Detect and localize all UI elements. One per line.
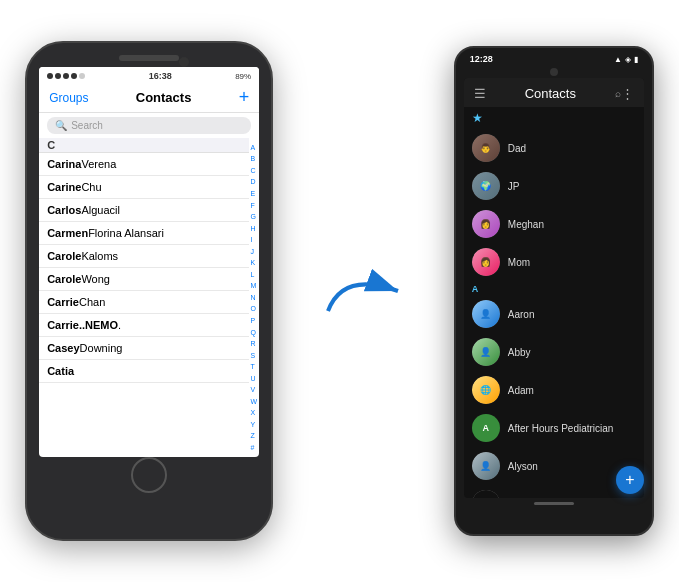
- android-status-bar: 12:28 ▲ ◈ ▮: [456, 48, 652, 66]
- avatar: A: [472, 414, 500, 442]
- list-item[interactable]: Carrie..NEMO .: [39, 314, 248, 337]
- contact-name: Meghan: [508, 219, 544, 230]
- iphone-device: 16:38 89% Groups Contacts + 🔍 Search C C…: [25, 41, 273, 541]
- list-item-carrie-chan[interactable]: Carrie Chan: [39, 291, 248, 314]
- avatar: 👤: [472, 300, 500, 328]
- transfer-arrow: [323, 261, 403, 321]
- list-item[interactable]: 👨 Dad: [464, 129, 644, 167]
- list-item[interactable]: Carole Kaloms: [39, 245, 248, 268]
- iphone-status-bar: 16:38 89%: [39, 67, 259, 85]
- iphone-home-button[interactable]: [131, 457, 167, 493]
- android-nav-bar: [456, 498, 652, 511]
- contact-name: Abby: [508, 347, 531, 358]
- battery-label: 89%: [235, 72, 251, 81]
- android-header: ☰ Contacts ⌕ ⋮: [464, 78, 644, 107]
- contact-name: Adam: [508, 385, 534, 396]
- list-item[interactable]: Carmen Florina Alansari: [39, 222, 248, 245]
- iphone-nav: Groups Contacts +: [39, 85, 259, 113]
- list-item[interactable]: Carlos Alguacil: [39, 199, 248, 222]
- add-contact-button[interactable]: +: [239, 87, 250, 108]
- contact-name: Aaron: [508, 309, 535, 320]
- android-contacts-list: ★ 👨 Dad 🌍 JP 👩: [464, 107, 644, 498]
- signal-icon: ▲: [614, 55, 622, 64]
- android-screen: ☰ Contacts ⌕ ⋮ ★ 👨 Dad: [464, 78, 644, 498]
- android-camera: [550, 68, 558, 76]
- contact-name: Alyson: [508, 461, 538, 472]
- iphone-camera: [179, 57, 189, 67]
- list-item[interactable]: Casey Downing: [39, 337, 248, 360]
- section-header-c: C: [39, 138, 248, 153]
- iphone-search-bar[interactable]: 🔍 Search: [47, 117, 251, 134]
- android-contacts-title: Contacts: [486, 86, 615, 101]
- list-item[interactable]: ✿ Angel: [464, 485, 644, 498]
- avatar: 👤: [472, 452, 500, 480]
- list-item[interactable]: Carina Verena: [39, 153, 248, 176]
- alpha-index: ABC DEF GHI JKL MNO PQR STU VWX YZ#: [249, 138, 260, 457]
- list-item[interactable]: 👤 Aaron: [464, 295, 644, 333]
- list-item[interactable]: 🌐 Adam: [464, 371, 644, 409]
- list-item-carole-wong[interactable]: Carole Wong: [39, 268, 248, 291]
- list-item[interactable]: 👩 Mom: [464, 243, 644, 281]
- starred-section-header: ★: [464, 107, 644, 129]
- avatar: 👩: [472, 210, 500, 238]
- section-header-a: A: [464, 281, 644, 295]
- avatar: 🌍: [472, 172, 500, 200]
- time-label: 16:38: [149, 71, 172, 81]
- android-time: 12:28: [470, 54, 493, 64]
- avatar: 👩: [472, 248, 500, 276]
- contact-name: After Hours Pediatrician: [508, 423, 614, 434]
- list-item[interactable]: Carine Chu: [39, 176, 248, 199]
- add-contact-fab[interactable]: +: [616, 466, 644, 494]
- battery-icon: ▮: [634, 55, 638, 64]
- iphone-speaker: [119, 55, 179, 61]
- arrow-icon: [323, 261, 403, 321]
- carrier-label: [47, 73, 85, 79]
- list-item[interactable]: A After Hours Pediatrician: [464, 409, 644, 447]
- android-home-bar: [534, 502, 574, 505]
- list-item[interactable]: 👩 Meghan: [464, 205, 644, 243]
- iphone-contacts-list: C Carina Verena Carine Chu Carlos Alguac…: [39, 138, 259, 457]
- android-device: 12:28 ▲ ◈ ▮ ☰ Contacts ⌕ ⋮ ★: [454, 46, 654, 536]
- list-item[interactable]: 🌍 JP: [464, 167, 644, 205]
- contact-name: JP: [508, 181, 520, 192]
- list-item[interactable]: Catia: [39, 360, 248, 383]
- iphone-screen: 16:38 89% Groups Contacts + 🔍 Search C C…: [39, 67, 259, 457]
- avatar: ✿: [472, 490, 500, 498]
- scene: 16:38 89% Groups Contacts + 🔍 Search C C…: [0, 0, 679, 582]
- more-options-icon[interactable]: ⋮: [621, 86, 634, 101]
- star-icon: ★: [472, 111, 483, 125]
- contact-name: Mom: [508, 257, 530, 268]
- search-placeholder: Search: [71, 120, 103, 131]
- android-status-icons: ▲ ◈ ▮: [614, 55, 638, 64]
- menu-icon[interactable]: ☰: [474, 86, 486, 101]
- list-item[interactable]: 👤 Abby: [464, 333, 644, 371]
- groups-button[interactable]: Groups: [49, 91, 88, 105]
- avatar: 👨: [472, 134, 500, 162]
- contact-name: Dad: [508, 143, 526, 154]
- iphone-contacts-main: C Carina Verena Carine Chu Carlos Alguac…: [39, 138, 248, 457]
- avatar: 👤: [472, 338, 500, 366]
- avatar: 🌐: [472, 376, 500, 404]
- search-icon: 🔍: [55, 120, 67, 131]
- contacts-title: Contacts: [136, 90, 192, 105]
- wifi-icon: ◈: [625, 55, 631, 64]
